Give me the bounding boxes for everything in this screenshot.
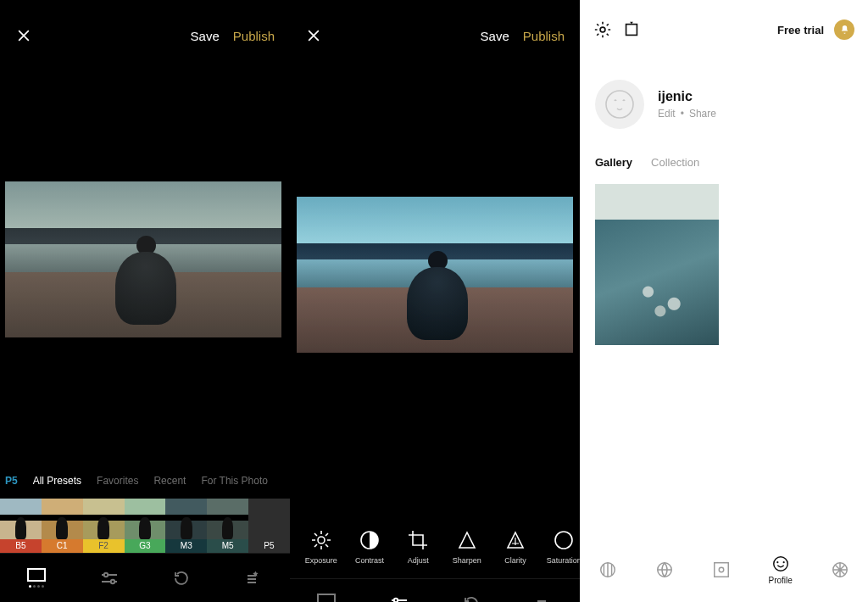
svg-rect-6 [318, 594, 335, 602]
topbar: Save Publish [290, 0, 580, 71]
save-button[interactable]: Save [191, 29, 220, 43]
tool-exposure[interactable]: Exposure [297, 529, 345, 565]
preset-b5[interactable]: B5 [0, 499, 42, 553]
current-preset-code[interactable]: P5 [5, 475, 18, 487]
preset-c1[interactable]: C1 [42, 499, 83, 553]
adjust-tools: Exposure Contrast Adjust Sharpen Clarity… [290, 516, 580, 578]
category-all-presets[interactable]: All Presets [33, 475, 81, 487]
nav-history[interactable] [173, 570, 190, 587]
tool-label: Adjust [408, 556, 429, 565]
profile-panel: Free trial ijenic Edit • Share Gallery C… [580, 0, 868, 602]
close-icon[interactable] [15, 27, 32, 44]
editor-panel-presets: Save Publish P5 All Presets Favorites Re… [0, 0, 290, 602]
svg-point-7 [394, 598, 398, 601]
nav-recipes[interactable] [244, 571, 263, 586]
free-trial-button[interactable]: Free trial [777, 24, 824, 36]
preset-p5[interactable]: P5 [248, 499, 290, 553]
tool-clarity[interactable]: Clarity [491, 529, 539, 565]
preset-g3[interactable]: G3 [125, 499, 166, 553]
preset-m5[interactable]: M5 [207, 499, 248, 553]
topbar: Save Publish [0, 0, 290, 71]
publish-button[interactable]: Publish [523, 29, 565, 43]
avatar[interactable] [595, 80, 644, 129]
tab-gallery[interactable]: Gallery [595, 156, 632, 169]
nav-profile[interactable]: Profile [769, 555, 793, 585]
tool-label: Contrast [355, 556, 384, 565]
tab-collection[interactable]: Collection [651, 156, 699, 169]
tool-adjust-crop[interactable]: Adjust [394, 529, 442, 565]
tool-contrast[interactable]: Contrast [345, 529, 393, 565]
separator: • [681, 108, 684, 120]
nav-adjust[interactable] [100, 571, 119, 586]
preset-m3[interactable]: M3 [165, 499, 207, 553]
svg-rect-10 [626, 25, 637, 36]
nav-history[interactable] [463, 595, 480, 603]
nav-recipes[interactable] [534, 596, 553, 603]
bottom-nav [0, 553, 290, 602]
preset-thumbnails: B5 C1 F2 G3 M3 M5 P5 [0, 499, 290, 553]
tool-label: Saturation [547, 556, 580, 565]
share-profile-link[interactable]: Share [689, 108, 716, 120]
bottom-nav [290, 578, 580, 602]
svg-point-16 [773, 557, 787, 571]
svg-rect-0 [28, 569, 45, 581]
gallery-photo[interactable] [595, 184, 719, 345]
tool-sharpen[interactable]: Sharpen [442, 529, 491, 565]
svg-point-9 [600, 27, 605, 32]
svg-point-5 [555, 532, 572, 549]
profile-username: ijenic [658, 89, 716, 104]
preset-f2[interactable]: F2 [83, 499, 125, 553]
profile-topbar: Free trial [580, 0, 868, 59]
svg-point-1 [104, 572, 108, 576]
nav-presets[interactable] [27, 568, 46, 588]
editor-panel-adjust: Save Publish Exposure Contrast Adjust Sh… [290, 0, 580, 602]
nav-spaces[interactable] [831, 560, 849, 579]
tool-label: Exposure [305, 556, 337, 565]
nav-studio[interactable] [712, 560, 731, 579]
tool-label: Sharpen [453, 556, 481, 565]
edit-profile-link[interactable]: Edit [658, 108, 676, 120]
publish-button[interactable]: Publish [233, 29, 275, 43]
svg-point-3 [318, 537, 325, 543]
profile-tabs: Gallery Collection [580, 137, 868, 177]
nav-discover[interactable] [655, 560, 674, 579]
profile-bottom-nav: Profile [580, 538, 868, 602]
preset-categories: P5 All Presets Favorites Recent For This… [0, 470, 290, 492]
pager-dots [29, 585, 44, 588]
svg-point-15 [719, 567, 724, 572]
svg-point-2 [111, 579, 114, 582]
svg-point-11 [606, 91, 633, 118]
notifications-icon[interactable] [834, 20, 854, 40]
profile-header: ijenic Edit • Share [580, 59, 868, 137]
settings-icon[interactable] [593, 20, 612, 39]
nav-feed[interactable] [598, 560, 617, 579]
category-for-this-photo[interactable]: For This Photo [201, 475, 267, 487]
category-favorites[interactable]: Favorites [97, 475, 138, 487]
photo-preview[interactable] [5, 181, 281, 337]
nav-profile-label: Profile [769, 576, 793, 585]
svg-rect-14 [715, 563, 729, 577]
save-button[interactable]: Save [481, 29, 509, 43]
close-icon[interactable] [305, 27, 322, 44]
photo-preview[interactable] [297, 197, 573, 353]
nav-presets[interactable] [317, 594, 336, 602]
tool-label: Clarity [504, 556, 526, 565]
nav-adjust[interactable] [390, 596, 409, 603]
add-friend-icon[interactable] [622, 20, 641, 39]
tool-saturation[interactable]: Saturation [540, 529, 580, 565]
category-recent[interactable]: Recent [153, 475, 186, 487]
